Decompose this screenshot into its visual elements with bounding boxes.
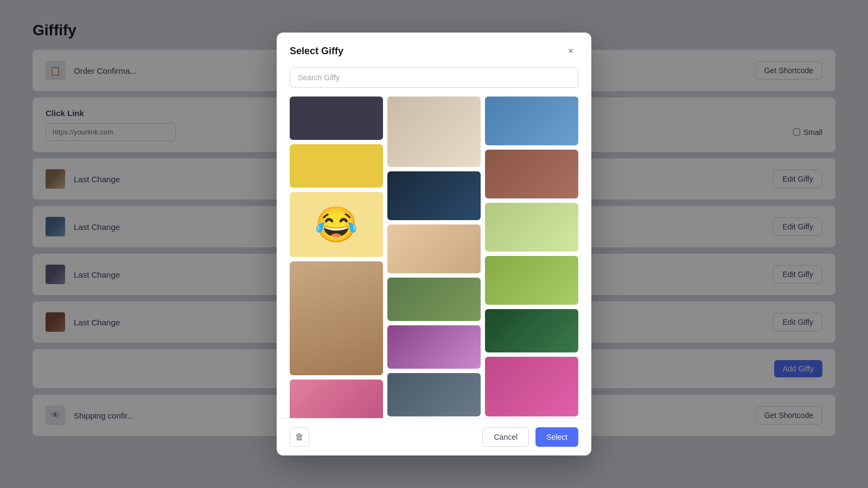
select-giffy-modal: Select Giffy × 😂 [277, 33, 591, 455]
modal-overlay: Select Giffy × 😂 [0, 0, 868, 488]
list-item[interactable]: 😂 [290, 192, 383, 257]
list-item[interactable] [290, 261, 383, 375]
list-item[interactable] [290, 144, 383, 188]
search-input[interactable] [290, 67, 578, 88]
delete-button[interactable]: 🗑 [290, 427, 309, 447]
list-item[interactable] [485, 150, 578, 198]
list-item[interactable] [387, 97, 481, 167]
gif-column-3 [485, 97, 578, 418]
modal-header: Select Giffy × [277, 33, 591, 67]
list-item[interactable] [485, 256, 578, 305]
footer-actions: Cancel Select [482, 427, 578, 447]
gif-grid: 😂 [290, 97, 578, 418]
cancel-button[interactable]: Cancel [482, 427, 529, 447]
modal-search-area [277, 67, 591, 97]
list-item[interactable] [387, 278, 481, 321]
modal-title: Select Giffy [290, 46, 343, 57]
list-item[interactable] [485, 309, 578, 352]
list-item[interactable] [387, 373, 481, 416]
list-item[interactable] [387, 171, 481, 220]
list-item[interactable] [387, 224, 481, 273]
gif-column-2 [387, 97, 481, 418]
select-button[interactable]: Select [535, 427, 578, 447]
gif-grid-container: 😂 [277, 97, 591, 418]
modal-footer: 🗑 Cancel Select [277, 418, 591, 455]
list-item[interactable] [387, 325, 481, 369]
list-item[interactable] [485, 357, 578, 416]
close-icon[interactable]: × [563, 43, 578, 59]
list-item[interactable] [290, 380, 383, 418]
list-item[interactable] [290, 97, 383, 140]
list-item[interactable] [485, 97, 578, 145]
list-item[interactable] [485, 203, 578, 252]
trash-icon: 🗑 [295, 432, 304, 442]
gif-column-1: 😂 [290, 97, 383, 418]
